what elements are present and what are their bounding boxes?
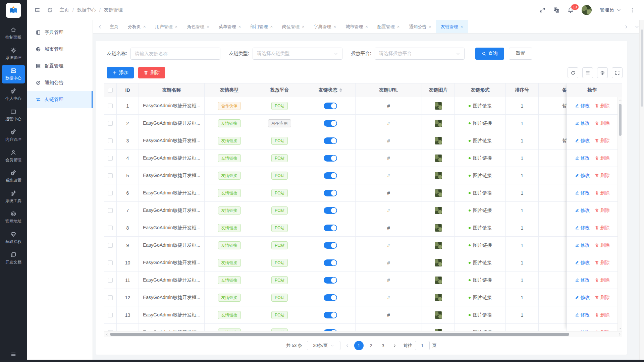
link-thumbnail[interactable]	[435, 277, 442, 284]
table-vertical-scrollbar[interactable]	[618, 97, 622, 331]
edit-link[interactable]: 修改	[575, 225, 590, 231]
delete-link[interactable]: 删除	[595, 103, 610, 109]
delete-link[interactable]: 删除	[595, 295, 610, 301]
translate-icon[interactable]	[553, 7, 559, 13]
rail-item-开发文档[interactable]: 开发文档	[2, 249, 25, 267]
link-thumbnail[interactable]	[435, 259, 442, 266]
status-toggle[interactable]	[324, 259, 337, 266]
delete-link[interactable]: 删除	[595, 173, 610, 179]
link-url[interactable]: #	[387, 278, 390, 283]
edit-link[interactable]: 修改	[575, 295, 590, 301]
status-toggle[interactable]	[324, 172, 337, 179]
rail-item-控制面板[interactable]: 控制面板	[2, 24, 25, 43]
horizontal-scroll-thumb[interactable]	[110, 333, 569, 336]
edit-link[interactable]: 修改	[575, 103, 590, 109]
edit-link[interactable]: 修改	[575, 155, 590, 161]
table-tool-fullscreen-button[interactable]	[612, 67, 623, 78]
link-url[interactable]: #	[387, 138, 390, 143]
edit-link[interactable]: 修改	[575, 207, 590, 214]
edit-link[interactable]: 修改	[575, 312, 590, 318]
row-checkbox[interactable]	[108, 121, 113, 126]
tab-close-icon[interactable]: ×	[302, 24, 305, 29]
menu-item-字典管理[interactable]: 字典管理	[27, 24, 93, 41]
row-checkbox[interactable]	[108, 295, 113, 300]
menu-item-通知公告[interactable]: 通知公告	[27, 74, 93, 91]
link-url[interactable]: #	[387, 208, 390, 213]
tab-分析页[interactable]: 分析页×	[123, 20, 151, 33]
status-toggle[interactable]	[324, 207, 337, 214]
link-thumbnail[interactable]	[435, 102, 442, 110]
row-checkbox[interactable]	[108, 138, 113, 143]
table-tool-menu-button[interactable]	[582, 67, 593, 78]
status-toggle[interactable]	[324, 277, 337, 284]
status-toggle[interactable]	[324, 294, 337, 301]
link-thumbnail[interactable]	[435, 172, 442, 179]
page-scrollbar[interactable]	[639, 20, 644, 360]
delete-link[interactable]: 删除	[595, 260, 610, 266]
rail-item-运营中心[interactable]: 运营中心	[2, 106, 25, 124]
row-checkbox[interactable]	[108, 278, 113, 283]
tab-用户管理[interactable]: 用户管理×	[151, 20, 182, 33]
filter-select[interactable]: 请选择友链类型	[253, 48, 342, 60]
row-checkbox[interactable]	[108, 243, 113, 248]
edit-link[interactable]: 修改	[575, 277, 590, 283]
tab-close-icon[interactable]: ×	[334, 24, 336, 29]
reset-button[interactable]: 重置	[509, 48, 532, 60]
menu-item-友链管理[interactable]: 友链管理	[27, 91, 93, 108]
link-thumbnail[interactable]	[435, 224, 442, 232]
tab-close-icon[interactable]: ×	[270, 24, 273, 29]
tab-配置管理[interactable]: 配置管理×	[373, 20, 405, 33]
search-button[interactable]: 查询	[475, 48, 504, 60]
rail-item-系统设置[interactable]: 系统设置	[2, 167, 25, 186]
tabs-scroll-left-icon[interactable]	[98, 24, 102, 29]
tab-角色管理[interactable]: 角色管理×	[182, 20, 214, 33]
link-url[interactable]: #	[387, 190, 390, 196]
link-thumbnail[interactable]	[435, 155, 442, 162]
delete-link[interactable]: 删除	[595, 155, 610, 161]
edit-link[interactable]: 修改	[575, 190, 590, 196]
menu-fold-icon[interactable]	[34, 7, 40, 13]
scroll-right-icon[interactable]	[617, 331, 622, 337]
vertical-scroll-thumb[interactable]	[619, 104, 622, 136]
edit-link[interactable]: 修改	[575, 120, 590, 126]
breadcrumb-item[interactable]: 友链管理	[104, 7, 123, 13]
edit-link[interactable]: 修改	[575, 138, 590, 144]
row-checkbox[interactable]	[108, 191, 113, 195]
page-2[interactable]: 2	[366, 341, 376, 350]
delete-link[interactable]: 删除	[595, 138, 610, 144]
edit-link[interactable]: 修改	[575, 242, 590, 248]
link-url[interactable]: #	[387, 225, 390, 231]
notifications-bell-icon[interactable]: 13	[568, 7, 574, 13]
tab-主页[interactable]: 主页	[105, 20, 123, 33]
breadcrumb-item[interactable]: 数据中心	[77, 7, 96, 13]
row-checkbox[interactable]	[108, 313, 113, 317]
link-url[interactable]: #	[387, 260, 390, 265]
status-toggle[interactable]	[324, 137, 337, 144]
tab-close-icon[interactable]: ×	[365, 24, 368, 29]
page-size-select[interactable]: 20条/页	[307, 341, 340, 350]
fullscreen-icon[interactable]	[539, 7, 545, 13]
rail-item-系统管理[interactable]: 系统管理	[2, 45, 25, 63]
page-1[interactable]: 1	[354, 341, 364, 350]
scroll-left-icon[interactable]	[104, 331, 109, 337]
delete-button[interactable]: 删除	[138, 67, 165, 78]
tab-close-icon[interactable]: ×	[207, 24, 209, 29]
tab-close-icon[interactable]: ×	[429, 24, 431, 29]
next-page-icon[interactable]	[392, 344, 397, 348]
refresh-icon[interactable]	[47, 7, 53, 13]
status-toggle[interactable]	[324, 242, 337, 249]
app-logo[interactable]	[6, 3, 21, 18]
tab-close-icon[interactable]: ×	[397, 24, 400, 29]
tab-友链管理[interactable]: 友链管理×	[436, 20, 468, 33]
tab-部门管理[interactable]: 部门管理×	[246, 20, 277, 33]
page-3[interactable]: 3	[378, 341, 388, 350]
status-toggle[interactable]	[324, 103, 337, 109]
link-url[interactable]: #	[387, 121, 390, 126]
prev-page-icon[interactable]	[345, 344, 350, 348]
user-avatar[interactable]	[582, 5, 592, 15]
row-checkbox[interactable]	[108, 104, 113, 108]
tab-close-icon[interactable]: ×	[143, 24, 146, 29]
tab-close-icon[interactable]: ×	[238, 24, 241, 29]
link-thumbnail[interactable]	[435, 311, 442, 319]
link-thumbnail[interactable]	[435, 120, 442, 127]
